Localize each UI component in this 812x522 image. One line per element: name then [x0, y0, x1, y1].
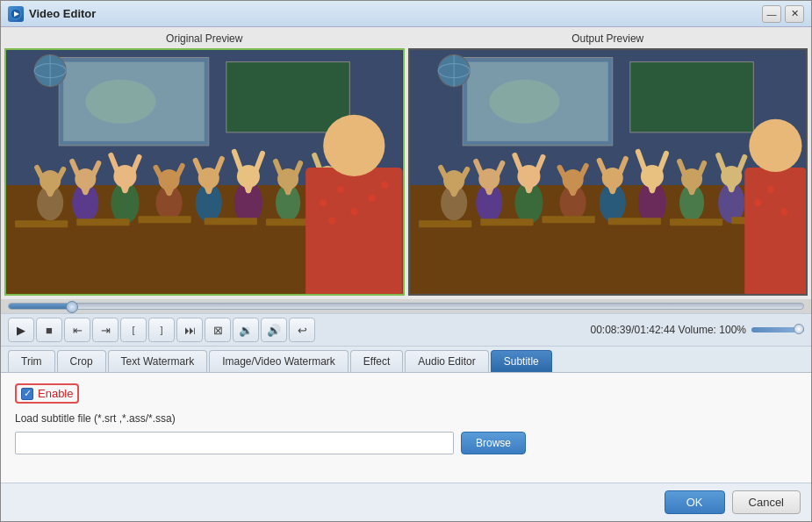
time-display: 00:08:39/01:42:44 Volume: 100% — [590, 324, 746, 336]
playback-controls: ▶ ■ ⇤ ⇥ [ ] ⏭ ⊠ 🔉 🔊 ↩ 00:08:39/01:42:44 … — [1, 313, 811, 347]
volume-down-button[interactable]: 🔉 — [233, 318, 259, 342]
svg-rect-100 — [419, 220, 471, 227]
output-preview-image — [408, 48, 808, 296]
tab-effect[interactable]: Effect — [350, 350, 403, 372]
volume-up-button[interactable]: 🔊 — [261, 318, 287, 342]
mark-in-button[interactable]: [ — [120, 318, 147, 342]
original-preview-label: Original Preview — [4, 31, 405, 48]
title-bar: Video Editor — ✕ — [1, 1, 811, 27]
tab-audio-editor[interactable]: Audio Editor — [405, 350, 488, 372]
video-editor-window: Video Editor — ✕ Original Preview — [0, 0, 812, 522]
skip-end-button[interactable]: ⏭ — [176, 318, 203, 342]
tab-crop[interactable]: Crop — [57, 350, 106, 372]
svg-point-110 — [780, 208, 787, 215]
tabs-bar: Trim Crop Text Watermark Image/Video Wat… — [1, 347, 811, 373]
window-controls: — ✕ — [762, 5, 804, 23]
enable-checkbox[interactable]: ✓ — [21, 388, 33, 400]
svg-rect-104 — [669, 218, 722, 225]
original-preview-panel: Original Preview — [4, 31, 405, 296]
svg-point-57 — [381, 182, 388, 189]
svg-point-7 — [85, 80, 155, 124]
browse-button[interactable]: Browse — [461, 432, 526, 454]
tab-subtitle[interactable]: Subtitle — [491, 350, 552, 372]
checkbox-check-icon: ✓ — [24, 389, 32, 398]
svg-point-53 — [337, 186, 344, 193]
tab-text-watermark[interactable]: Text Watermark — [108, 350, 208, 372]
volume-handle[interactable] — [794, 324, 804, 334]
window-title: Video Editor — [29, 7, 762, 20]
output-preview-panel: Output Preview — [408, 31, 808, 296]
browse-row: Browse — [15, 432, 797, 454]
play-button[interactable]: ▶ — [8, 318, 34, 342]
subtitle-load-text: Load subtitle file (*.srt ,*.ass/*.ssa) — [15, 412, 797, 425]
stop-button[interactable]: ■ — [36, 318, 62, 342]
svg-rect-46 — [139, 216, 191, 223]
svg-point-52 — [320, 199, 327, 206]
snapshot-button[interactable]: ⊠ — [205, 318, 231, 342]
svg-rect-106 — [744, 168, 806, 294]
svg-point-56 — [328, 217, 335, 224]
tab-trim[interactable]: Trim — [8, 350, 55, 372]
rewind-button[interactable]: ⇤ — [64, 318, 90, 342]
svg-rect-45 — [76, 218, 129, 225]
svg-rect-8 — [226, 62, 349, 132]
svg-point-109 — [767, 186, 774, 193]
close-button[interactable]: ✕ — [785, 5, 804, 23]
cancel-button[interactable]: Cancel — [732, 490, 801, 514]
subtitle-panel: ✓ Enable Load subtitle file (*.srt ,*.as… — [1, 373, 811, 483]
preview-area: Original Preview — [1, 27, 811, 299]
tab-image-video-watermark[interactable]: Image/Video Watermark — [209, 350, 349, 372]
bottom-buttons: OK Cancel — [1, 483, 811, 521]
progress-bar-area — [1, 299, 811, 313]
svg-rect-101 — [480, 218, 533, 225]
svg-point-108 — [754, 199, 761, 206]
svg-rect-47 — [205, 218, 257, 225]
enable-row: ✓ Enable — [15, 383, 797, 404]
svg-rect-44 — [15, 220, 68, 227]
ok-button[interactable]: OK — [665, 490, 725, 514]
mark-out-button[interactable]: ] — [148, 318, 175, 342]
undo-button[interactable]: ↩ — [289, 318, 315, 342]
subtitle-file-input[interactable] — [15, 432, 454, 454]
progress-track[interactable] — [8, 303, 804, 310]
svg-rect-103 — [607, 218, 660, 225]
svg-point-54 — [350, 208, 357, 215]
output-preview-label: Output Preview — [408, 31, 808, 48]
volume-track[interactable] — [751, 327, 804, 333]
enable-checkbox-wrapper[interactable]: ✓ Enable — [15, 383, 79, 404]
original-preview-image — [4, 48, 405, 296]
svg-rect-64 — [629, 62, 752, 132]
svg-rect-102 — [542, 216, 594, 223]
svg-point-51 — [323, 115, 384, 176]
fast-forward-button[interactable]: ⇥ — [92, 318, 119, 342]
svg-point-107 — [749, 119, 801, 172]
minimize-button[interactable]: — — [762, 5, 781, 23]
progress-handle[interactable] — [66, 301, 78, 313]
enable-label: Enable — [38, 387, 73, 400]
svg-point-63 — [489, 80, 559, 124]
svg-point-55 — [368, 195, 375, 202]
progress-fill — [9, 304, 72, 309]
app-icon — [8, 6, 24, 22]
